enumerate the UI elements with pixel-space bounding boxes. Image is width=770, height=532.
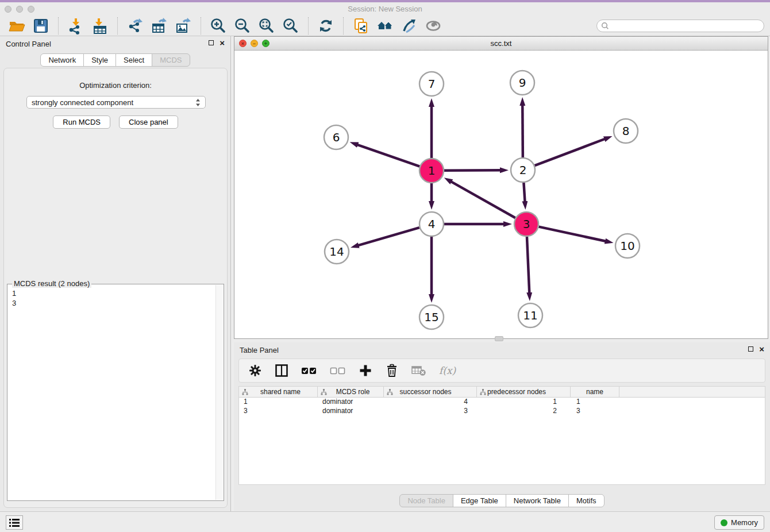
svg-text:9: 9 <box>519 76 526 90</box>
edge-3-1[interactable] <box>451 182 515 218</box>
hide-selected-icon[interactable] <box>400 17 418 35</box>
zoom-in-icon[interactable] <box>209 17 228 35</box>
deselect-all-rows-icon[interactable] <box>330 366 346 375</box>
edge-4-14[interactable] <box>357 228 419 245</box>
refresh-view-icon[interactable] <box>317 17 335 35</box>
task-history-button[interactable] <box>6 515 23 530</box>
toolbar-separator <box>201 17 201 34</box>
result-scrollbar[interactable] <box>215 285 223 500</box>
graph-node-3[interactable]: 3 <box>514 212 538 236</box>
svg-text:6: 6 <box>333 130 340 144</box>
graph-node-10[interactable]: 10 <box>615 234 640 258</box>
zoom-fit-icon[interactable] <box>257 17 276 35</box>
network-window-title: scc.txt <box>234 39 768 48</box>
graph-node-14[interactable]: 14 <box>325 240 349 264</box>
control-panel: Control Panel × Network Style Select MCD… <box>0 36 231 511</box>
svg-text:4: 4 <box>428 217 436 231</box>
edge-1-6[interactable] <box>357 145 419 167</box>
optimization-criterion-select[interactable]: strongly connected component <box>26 96 206 109</box>
export-network-icon[interactable] <box>126 17 144 35</box>
column-header-name[interactable]: name <box>571 387 619 397</box>
list-icon <box>9 517 20 529</box>
function-builder-icon[interactable]: f(x) <box>439 365 456 376</box>
graph-node-4[interactable]: 4 <box>419 212 444 236</box>
tab-network-table[interactable]: Network Table <box>506 494 569 507</box>
float-table-panel-icon[interactable] <box>748 346 753 352</box>
edge-1-2[interactable] <box>444 170 501 171</box>
table-row[interactable]: 3 dominator 3 2 3 <box>239 407 765 416</box>
zoom-out-icon[interactable] <box>233 17 252 35</box>
graph-node-11[interactable]: 11 <box>518 303 542 327</box>
graph-node-2[interactable]: 2 <box>511 158 535 182</box>
edge-2-3[interactable] <box>523 183 525 202</box>
column-header-successor-nodes[interactable]: successor nodes <box>384 387 477 397</box>
delete-row-trash-icon[interactable] <box>385 364 399 377</box>
table-settings-gear-icon[interactable] <box>248 364 262 377</box>
tab-node-table[interactable]: Node Table <box>399 494 453 507</box>
save-session-icon[interactable] <box>32 17 50 35</box>
network-view-window: × − + scc.txt 7968124314101511 <box>234 36 768 339</box>
splitter-grip[interactable] <box>495 336 503 341</box>
export-image-icon[interactable] <box>174 17 192 35</box>
mcds-result-box: MCDS result (2 nodes) 1 3 <box>7 284 224 501</box>
tab-select[interactable]: Select <box>116 53 152 67</box>
edge-2-8[interactable] <box>535 138 606 165</box>
edge-3-10[interactable] <box>539 227 606 241</box>
column-header-shared-name[interactable]: shared name <box>239 387 318 397</box>
memory-status-icon <box>721 519 727 526</box>
search-input[interactable] <box>610 21 764 31</box>
tab-mcds[interactable]: MCDS <box>152 53 190 67</box>
graph-node-15[interactable]: 15 <box>419 305 444 329</box>
optimization-criterion-label: Optimization criterion: <box>4 81 227 90</box>
tab-style[interactable]: Style <box>83 53 116 67</box>
select-all-rows-icon[interactable] <box>301 366 317 375</box>
svg-text:14: 14 <box>329 245 344 259</box>
open-session-icon[interactable] <box>7 17 26 35</box>
run-mcds-button[interactable]: Run MCDS <box>53 115 110 129</box>
control-panel-title: Control Panel <box>6 40 51 48</box>
edge-2-9[interactable] <box>522 105 523 157</box>
show-column-icon[interactable] <box>275 364 288 377</box>
zoom-selected-icon[interactable] <box>282 17 300 35</box>
window-title: Session: New Session <box>0 5 770 13</box>
network-window-titlebar[interactable]: × − + scc.txt <box>234 37 768 51</box>
svg-text:15: 15 <box>424 310 438 324</box>
search-field[interactable] <box>596 20 764 32</box>
mcds-result-text[interactable]: 1 3 <box>7 284 224 312</box>
close-panel-button[interactable]: Close panel <box>119 115 178 129</box>
close-table-panel-icon[interactable]: × <box>759 346 764 352</box>
chevron-up-down-icon <box>195 98 201 107</box>
float-panel-icon[interactable] <box>209 40 214 45</box>
svg-text:11: 11 <box>523 309 537 322</box>
svg-text:8: 8 <box>622 124 630 138</box>
delete-table-icon[interactable] <box>411 365 426 376</box>
add-row-icon[interactable] <box>359 364 372 377</box>
attribute-type-icon <box>480 389 486 395</box>
graph-node-6[interactable]: 6 <box>324 125 348 149</box>
tab-network[interactable]: Network <box>40 53 84 67</box>
close-panel-icon[interactable]: × <box>220 40 225 46</box>
column-header-predecessor-nodes[interactable]: predecessor nodes <box>477 387 571 397</box>
graph-node-1[interactable]: 1 <box>419 159 444 183</box>
export-table-icon[interactable] <box>150 17 168 35</box>
main-toolbar <box>0 16 770 36</box>
attribute-type-icon <box>321 389 327 395</box>
import-table-icon[interactable] <box>91 17 109 35</box>
graph-node-7[interactable]: 7 <box>419 72 444 96</box>
toolbar-separator <box>58 17 59 34</box>
search-icon <box>600 21 610 30</box>
application-window: Session: New Session <box>0 0 770 532</box>
first-neighbors-icon[interactable] <box>376 17 394 35</box>
graph-node-9[interactable]: 9 <box>510 71 534 95</box>
tab-motifs[interactable]: Motifs <box>568 494 605 507</box>
network-canvas[interactable]: 7968124314101511 <box>234 51 768 338</box>
memory-button[interactable]: Memory <box>714 515 764 530</box>
import-network-icon[interactable] <box>67 17 85 35</box>
table-row[interactable]: 1 dominator 4 1 1 <box>239 398 765 407</box>
duplicate-network-icon[interactable] <box>352 17 370 35</box>
show-hidden-eye-icon[interactable] <box>424 17 442 35</box>
graph-node-8[interactable]: 8 <box>614 119 638 143</box>
tab-edge-table[interactable]: Edge Table <box>453 494 506 507</box>
edge-3-11[interactable] <box>527 237 529 294</box>
column-header-mcds-role[interactable]: MCDS role <box>318 387 384 397</box>
